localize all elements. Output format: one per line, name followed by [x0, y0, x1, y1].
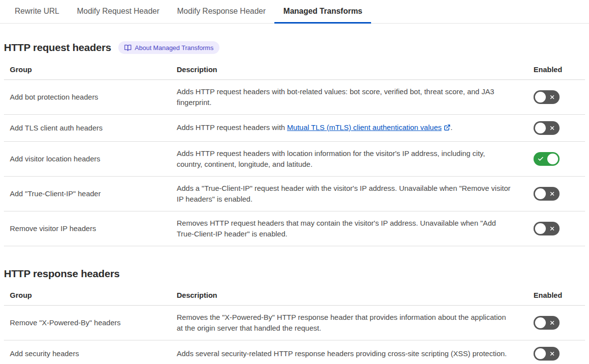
request-headers-section-head: HTTP request headers About Managed Trans…: [4, 41, 585, 54]
table-row-remove-x-powered-by-headers: Remove "X-Powered-By" headers Removes th…: [4, 306, 585, 340]
toggle-knob: [535, 317, 546, 328]
x-icon: [549, 94, 555, 100]
group-cell: Add visitor location headers: [4, 147, 177, 171]
table-row-remove-visitor-ip-headers: Remove visitor IP headers Removes HTTP r…: [4, 211, 585, 246]
toggle-switch[interactable]: [534, 347, 560, 361]
enabled-cell: [534, 84, 585, 110]
toggle-switch[interactable]: [534, 152, 560, 166]
tab-rewrite-url[interactable]: Rewrite URL: [6, 0, 68, 24]
group-cell: Add TLS client auth headers: [4, 116, 177, 140]
table-row-add-true-client-ip-header: Add "True-Client-IP" header Adds a "True…: [4, 177, 585, 211]
x-icon: [549, 226, 555, 232]
description-cell: Removes the "X-Powered-By" HTTP response…: [177, 306, 534, 340]
column-header-description: Description: [177, 286, 534, 305]
toggle-switch[interactable]: [534, 121, 560, 135]
table-row-add-security-headers: Add security headers Adds several securi…: [4, 340, 585, 364]
toggle-knob: [535, 223, 546, 234]
badge-label: About Managed Transforms: [135, 44, 214, 52]
description-cell: Adds HTTP request headers with location …: [177, 142, 534, 176]
column-header-group: Group: [4, 286, 177, 305]
response-headers-section-head: HTTP response headers: [4, 268, 585, 280]
table-row-add-tls-client-auth-headers: Add TLS client auth headers Adds HTTP re…: [4, 115, 585, 142]
group-cell: Add "True-Client-IP" header: [4, 182, 177, 206]
x-icon: [549, 351, 555, 357]
external-link-icon: [444, 123, 451, 134]
table-header-row: Group Description Enabled: [4, 61, 585, 80]
toggle-switch[interactable]: [534, 90, 560, 104]
enabled-cell: [534, 215, 585, 242]
about-managed-transforms-link[interactable]: About Managed Transforms: [118, 41, 219, 54]
toggle-switch[interactable]: [534, 222, 560, 235]
toggle-switch[interactable]: [534, 316, 560, 330]
tab-modify-response-header[interactable]: Modify Response Header: [168, 0, 275, 24]
description-cell: Adds a "True-Client-IP" request header w…: [177, 177, 534, 211]
table-row-add-visitor-location-headers: Add visitor location headers Adds HTTP r…: [4, 142, 585, 177]
enabled-cell: [534, 115, 585, 141]
x-icon: [549, 125, 555, 131]
request-headers-table: Group Description Enabled Add bot protec…: [4, 61, 585, 246]
description-text: .: [451, 123, 453, 131]
page-title-request-headers: HTTP request headers: [4, 42, 111, 53]
column-header-description: Description: [177, 61, 534, 79]
column-header-enabled: Enabled: [534, 286, 585, 305]
toggle-knob: [535, 92, 546, 103]
toggle-knob: [535, 188, 546, 199]
book-icon: [124, 44, 132, 52]
description-cell: Adds HTTP request headers with bot-relat…: [177, 80, 534, 114]
description-cell: Removes HTTP request headers that may co…: [177, 211, 534, 246]
table-row-add-bot-protection-headers: Add bot protection headers Adds HTTP req…: [4, 80, 585, 115]
enabled-cell: [534, 310, 585, 336]
description-cell: Adds HTTP request headers with Mutual TL…: [177, 116, 534, 140]
tab-modify-request-header[interactable]: Modify Request Header: [68, 0, 168, 24]
toggle-knob: [535, 348, 546, 359]
response-headers-table: Group Description Enabled Remove "X-Powe…: [4, 286, 585, 364]
enabled-cell: [534, 146, 585, 172]
toggle-knob: [547, 154, 558, 164]
description-text: Adds HTTP request headers with: [177, 123, 287, 131]
tab-bar: Rewrite URL Modify Request Header Modify…: [0, 0, 589, 24]
enabled-cell: [534, 181, 585, 207]
group-cell: Add security headers: [4, 342, 177, 364]
x-icon: [549, 191, 555, 197]
group-cell: Remove visitor IP headers: [4, 217, 177, 240]
managed-transforms-page: HTTP request headers About Managed Trans…: [0, 41, 589, 364]
group-cell: Remove "X-Powered-By" headers: [4, 311, 177, 335]
enabled-cell: [534, 340, 585, 364]
description-cell: Adds several security-related HTTP respo…: [177, 342, 534, 364]
tab-managed-transforms[interactable]: Managed Transforms: [274, 0, 371, 24]
toggle-switch[interactable]: [534, 187, 560, 201]
group-cell: Add bot protection headers: [4, 85, 177, 109]
x-icon: [549, 320, 555, 326]
page-title-response-headers: HTTP response headers: [4, 268, 120, 280]
column-header-enabled: Enabled: [534, 61, 585, 79]
column-header-group: Group: [4, 61, 177, 79]
table-header-row: Group Description Enabled: [4, 286, 585, 306]
toggle-knob: [535, 123, 546, 133]
mtls-values-link[interactable]: Mutual TLS (mTLS) client authentication …: [287, 123, 442, 131]
check-icon: [537, 156, 544, 162]
